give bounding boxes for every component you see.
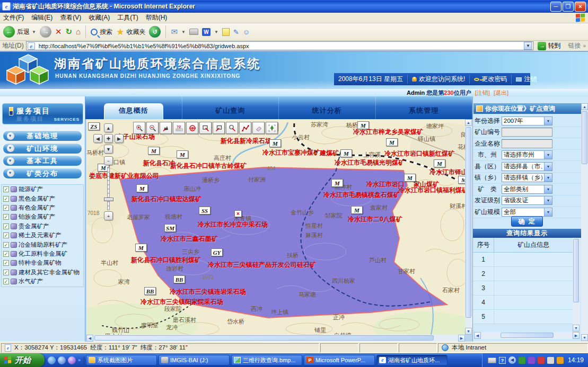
sidebar-section-2[interactable]: ▼矿山环境 xyxy=(3,143,82,154)
layer-item[interactable]: ✓冶金辅助原料矿产 xyxy=(2,240,83,249)
scroll-right-icon[interactable]: ▶ xyxy=(458,335,465,342)
zoom-in-slider-button[interactable]: ＋ xyxy=(104,211,113,220)
menu-item-帮[interactable]: 帮助(H) xyxy=(146,14,168,21)
notes-button[interactable] xyxy=(222,28,230,36)
results-horizontal-scrollbar[interactable]: ◀ ▶ xyxy=(474,332,580,339)
mine-point-marker[interactable]: M xyxy=(331,179,343,187)
map-horizontal-scrollbar[interactable]: ◀ ▶ xyxy=(86,335,465,342)
mine-point-marker[interactable]: SS xyxy=(199,207,210,214)
edit-dropdown-icon[interactable]: ▼ xyxy=(214,30,218,34)
layer-checkbox[interactable]: ✓ xyxy=(3,214,9,220)
back-button[interactable]: ← 后退 ▼ xyxy=(3,26,36,38)
tray-icon-monitor[interactable] xyxy=(547,357,554,364)
zoom-out-slider-button[interactable]: − xyxy=(104,156,113,165)
minimize-button[interactable]: ─ xyxy=(550,2,561,12)
circle-select-button[interactable] xyxy=(226,122,238,134)
map-viewport[interactable]: 金子山采石场新化县新冷采石场冷水江市梓龙乡吴家煤矿冷水江市宝寨冲煤矿建煤矿冷水江… xyxy=(86,119,465,335)
map-vertical-scrollbar[interactable]: ▲ ▼ xyxy=(465,119,472,335)
layer-checkbox[interactable]: ✓ xyxy=(3,232,9,238)
mine-point-marker[interactable]: M xyxy=(148,147,160,155)
pan-up-button[interactable]: ▲ xyxy=(104,123,113,132)
year-select[interactable]: 2007年▼ xyxy=(502,117,552,126)
scroll-up-icon[interactable]: ▲ xyxy=(465,119,472,126)
layer-checkbox[interactable]: ✓ xyxy=(3,242,9,248)
address-input[interactable]: e http://localhost/%e7%9f%bf%e5%b1%b1%e5… xyxy=(26,41,534,50)
mine-point-marker[interactable]: M xyxy=(404,174,416,182)
county-select[interactable]: 请选择县（市、▼ xyxy=(502,162,552,171)
mine-point-marker[interactable]: M xyxy=(340,149,352,157)
scroll-down-icon[interactable]: ▼ xyxy=(465,328,472,335)
city-select[interactable]: 请选择市州▼ xyxy=(502,150,552,159)
dropdown-arrow-icon[interactable]: ▼ xyxy=(544,163,552,171)
full-extent-button[interactable]: S xyxy=(186,122,198,134)
mail-button[interactable]: ✉ xyxy=(171,26,178,38)
pan-down-button[interactable]: ▼ xyxy=(104,145,113,154)
mine-point-marker[interactable]: M xyxy=(458,176,465,184)
help-tray-icon[interactable]: ? xyxy=(499,357,506,364)
home-button[interactable]: ⌂ xyxy=(76,26,81,38)
mine-point-marker[interactable]: ZS xyxy=(88,122,100,130)
keyboard-tray-icon[interactable] xyxy=(488,357,496,363)
tray-icon-purple[interactable] xyxy=(528,357,535,364)
dropdown-arrow-icon[interactable]: ▼ xyxy=(544,117,552,125)
rect-select-button[interactable] xyxy=(213,122,225,134)
sidebar-section-1[interactable]: ▼基础地理 xyxy=(3,130,82,141)
restore-button[interactable]: ❐ xyxy=(563,2,574,12)
sidebar-section-3[interactable]: ▼基本工具 xyxy=(3,155,82,166)
confirm-button[interactable]: 确 定 xyxy=(511,216,543,227)
discuss-button[interactable]: ✎ xyxy=(233,28,239,36)
pan-left-button[interactable]: ◀ xyxy=(93,134,102,143)
scroll-left-icon[interactable]: ◀ xyxy=(86,335,93,342)
mine-point-marker[interactable]: M xyxy=(269,139,281,147)
measure-distance-button[interactable]: ?2 xyxy=(173,122,185,134)
dropdown-arrow-icon[interactable]: ▼ xyxy=(544,185,552,193)
table-row[interactable]: 2 xyxy=(473,267,573,281)
zoom-slider-thumb[interactable] xyxy=(104,198,113,201)
layer-checkbox[interactable]: ✓ xyxy=(3,186,9,192)
mine-point-marker[interactable]: M xyxy=(177,150,188,158)
menu-item-工[interactable]: 工具(T) xyxy=(117,14,138,21)
layer-item[interactable]: ✓稀土及元素矿产 xyxy=(2,231,83,240)
menu-item-编[interactable]: 编辑(E) xyxy=(31,14,52,21)
scroll-up-icon[interactable]: ▲ xyxy=(581,103,588,110)
task-button[interactable]: 三维行政查询.bmp... xyxy=(231,355,302,365)
layer-checkbox[interactable]: ✓ xyxy=(3,205,9,211)
pan-center-button[interactable]: ✚ xyxy=(104,134,113,143)
go-button[interactable]: → 转到 xyxy=(536,41,563,50)
mine-point-marker[interactable]: BB xyxy=(144,287,156,295)
search-button[interactable]: 搜索 xyxy=(91,28,112,37)
layer-item[interactable]: ✓贵金属矿产 xyxy=(2,222,83,231)
table-row[interactable]: 4 xyxy=(473,296,573,310)
zoom-out-button[interactable] xyxy=(146,122,159,134)
task-button[interactable]: 系统截图图片 xyxy=(86,355,157,365)
mine-scale-select[interactable]: 全部▼ xyxy=(502,208,552,217)
layer-checkbox[interactable]: ✓ xyxy=(3,270,9,275)
scroll-right-icon[interactable]: ▶ xyxy=(573,332,580,339)
tray-icon-shield[interactable] xyxy=(538,357,545,364)
scroll-down-icon[interactable]: ▼ xyxy=(581,334,588,341)
layer-item[interactable]: ✓能源矿产 xyxy=(2,185,83,194)
layer-item[interactable]: ✓化工原料非金属矿 xyxy=(2,249,83,258)
mine-point-marker[interactable]: SM xyxy=(164,224,176,232)
mine-point-marker[interactable]: M xyxy=(135,244,147,252)
mine-point-marker[interactable]: M xyxy=(357,121,369,129)
tray-icon-green[interactable] xyxy=(519,357,525,364)
change-password-link[interactable]: 更改密码 xyxy=(470,75,512,84)
dropdown-arrow-icon[interactable]: ▼ xyxy=(544,174,552,182)
town-select[interactable]: 请选择镇（乡）▼ xyxy=(502,173,552,182)
mine-point-marker[interactable]: BB xyxy=(173,275,185,283)
quick-launch-desktop-icon[interactable] xyxy=(58,356,66,364)
tab-系统管理[interactable]: 系统管理 xyxy=(376,96,473,119)
tray-icon-update[interactable] xyxy=(557,357,564,364)
scroll-thumb[interactable] xyxy=(501,333,554,338)
sidebar-section-4[interactable]: ▼矿类分布 xyxy=(3,168,82,179)
close-icon[interactable]: × xyxy=(234,210,242,217)
layer-item[interactable]: ✓铂族金属矿产 xyxy=(2,212,83,221)
mine-point-marker[interactable]: GY xyxy=(211,248,223,256)
mine-point-marker[interactable]: M xyxy=(351,206,363,214)
scroll-thumb[interactable] xyxy=(582,111,587,164)
close-button[interactable]: × xyxy=(575,2,586,12)
logout-link[interactable]: 注销 xyxy=(512,75,541,84)
results-vertical-scrollbar[interactable]: ▼ xyxy=(573,238,580,332)
scroll-thumb[interactable] xyxy=(94,335,434,341)
